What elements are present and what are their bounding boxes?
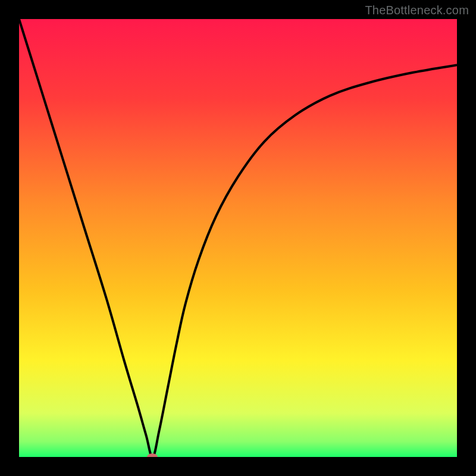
plot-area [19,19,457,457]
curve-layer [19,19,457,457]
chart-frame: TheBottleneck.com [0,0,476,476]
watermark-text: TheBottleneck.com [365,4,469,17]
bottleneck-curve [19,19,457,457]
minimum-marker [147,453,158,457]
